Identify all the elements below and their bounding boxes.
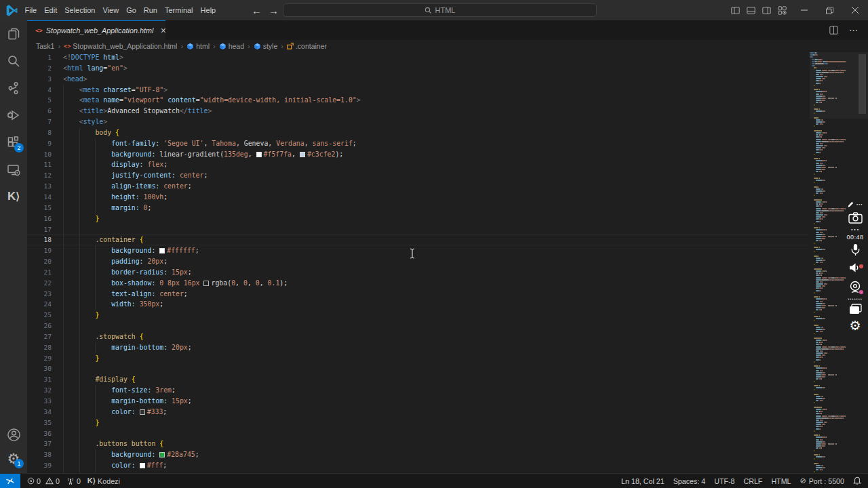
menu-edit[interactable]: Edit	[41, 0, 61, 20]
code-line[interactable]: 20 padding: 20px;	[27, 256, 809, 267]
tab-close-icon[interactable]: ✕	[160, 26, 166, 35]
code-line[interactable]: 8 body {	[27, 127, 809, 138]
breadcrumb-html[interactable]: html	[186, 42, 210, 50]
code-line[interactable]: 2<html lang="en">	[27, 63, 809, 74]
code-line[interactable]: 25 }	[27, 310, 809, 321]
code-line[interactable]: 29 }	[27, 353, 809, 364]
code-line[interactable]: 17	[27, 224, 809, 235]
breadcrumb-style[interactable]: style	[254, 42, 278, 50]
code-line[interactable]: 30	[27, 363, 809, 374]
breadcrumb-file[interactable]: <> Stopwatch_web_Application.html	[64, 42, 177, 50]
remote-indicator[interactable]	[0, 474, 20, 488]
encoding[interactable]: UTF-8	[714, 477, 734, 485]
problems-indicator[interactable]: 0 0	[27, 477, 60, 485]
language-mode[interactable]: HTML	[771, 477, 791, 485]
explorer-icon[interactable]	[0, 20, 27, 47]
code-editor[interactable]: 1<!DOCTYPE html>2<html lang="en">3<head>…	[27, 52, 809, 473]
code-line[interactable]: 28 margin-bottom: 20px;	[27, 342, 809, 353]
run-debug-icon[interactable]	[0, 102, 27, 129]
code-line[interactable]: 7 <style>	[27, 117, 809, 127]
microphone-icon[interactable]	[850, 243, 861, 256]
live-server-port[interactable]: ⊘ Port : 5500	[800, 476, 844, 485]
customize-layout-icon[interactable]	[778, 6, 787, 15]
code-line[interactable]: 14 height: 100vh;	[27, 192, 809, 203]
tab-stopwatch-file[interactable]: <> Stopwatch_web_Application.html ✕	[27, 20, 165, 40]
code-line[interactable]: 39 color: #fff;	[27, 460, 809, 471]
code-line[interactable]: 24 width: 350px;	[27, 299, 809, 310]
color-swatch[interactable]	[159, 452, 165, 458]
code-line[interactable]: 9 font-family: 'Segoe UI', Tahoma, Genev…	[27, 138, 809, 149]
account-icon[interactable]	[0, 421, 27, 448]
recorder-menu-icon[interactable]: ⋯	[850, 228, 860, 232]
code-line[interactable]: 16 }	[27, 214, 809, 224]
code-line[interactable]: 15 margin: 0;	[27, 203, 809, 214]
annotate-tool[interactable]: ⋯	[847, 201, 864, 208]
color-swatch[interactable]	[203, 281, 209, 286]
toggle-panel-icon[interactable]	[747, 6, 755, 15]
code-line[interactable]: 19 background: #ffffff;	[27, 245, 809, 256]
code-line[interactable]: 3<head>	[27, 74, 809, 85]
color-swatch[interactable]	[140, 409, 145, 415]
indentation[interactable]: Spaces: 4	[673, 477, 706, 485]
code-line[interactable]: 6 <title>Advanced Stopwatch</title>	[27, 106, 809, 117]
color-swatch[interactable]	[300, 152, 305, 157]
nav-back-icon[interactable]: ←	[248, 5, 265, 16]
kodezi-activity-icon[interactable]: K⟩	[0, 183, 27, 210]
scrollbar-thumb[interactable]	[859, 54, 866, 114]
source-control-icon[interactable]	[0, 75, 27, 102]
code-line[interactable]: 34 color: #333;	[27, 407, 809, 418]
nav-forward-icon[interactable]: →	[265, 5, 282, 16]
search-icon[interactable]	[0, 47, 27, 75]
code-line[interactable]: 38 background: #28a745;	[27, 449, 809, 460]
color-swatch[interactable]	[256, 152, 262, 157]
code-line[interactable]: 27 .stopwatch {	[27, 331, 809, 342]
split-editor-icon[interactable]	[829, 26, 838, 35]
code-line[interactable]: 35 }	[27, 418, 809, 428]
kodezi-status[interactable]: K⟩ Kodezi	[87, 476, 120, 485]
remote-explorer-icon[interactable]	[0, 157, 27, 184]
code-line[interactable]: 13 align-items: center;	[27, 181, 809, 192]
close-button[interactable]	[851, 6, 859, 14]
screenshot-camera-icon[interactable]	[848, 212, 863, 224]
color-swatch[interactable]	[140, 463, 145, 468]
code-line[interactable]: 22 box-shadow: 0 8px 16px rgba(0, 0, 0, …	[27, 278, 809, 289]
color-swatch[interactable]	[159, 248, 165, 253]
code-line[interactable]: 10 background: linear-gradient(135deg, #…	[27, 149, 809, 160]
more-actions-icon[interactable]: ⋯	[849, 25, 859, 35]
toggle-secondary-sidebar-icon[interactable]	[762, 6, 771, 15]
eol-sequence[interactable]: CRLF	[743, 477, 762, 485]
menu-view[interactable]: View	[99, 0, 123, 20]
toggle-sidebar-icon[interactable]	[731, 6, 740, 15]
extensions-icon[interactable]: 2	[0, 129, 27, 157]
code-line[interactable]: 21 border-radius: 15px;	[27, 267, 809, 278]
breadcrumb-folder[interactable]: Task1	[36, 42, 54, 50]
notifications-bell[interactable]	[853, 476, 861, 485]
breadcrumb-head[interactable]: head	[219, 42, 244, 50]
code-line[interactable]: 37 .buttons button {	[27, 439, 809, 449]
breadcrumb-container-rule[interactable]: .container	[287, 42, 327, 50]
menu-terminal[interactable]: Terminal	[161, 0, 197, 20]
code-line[interactable]: 5 <meta name="viewport" content="width=d…	[27, 95, 809, 106]
code-line[interactable]: 33 margin-bottom: 15px;	[27, 396, 809, 407]
code-line[interactable]: 32 font-size: 3rem;	[27, 385, 809, 396]
settings-gear-icon[interactable]: ⚙ 1	[0, 445, 27, 472]
menu-file[interactable]: File	[21, 0, 41, 20]
code-line[interactable]: 11 display: flex;	[27, 159, 809, 170]
code-line[interactable]: 18 .container {	[27, 235, 809, 245]
minimize-button[interactable]	[800, 6, 808, 14]
code-line[interactable]: 31 #display {	[27, 374, 809, 385]
cursor-position[interactable]: Ln 18, Col 21	[621, 477, 665, 485]
volume-control[interactable]	[849, 262, 861, 276]
recorder-settings-gear-icon[interactable]: ⚙	[849, 319, 861, 332]
code-line[interactable]: 36	[27, 428, 809, 439]
menu-help[interactable]: Help	[197, 0, 220, 20]
webcam-control[interactable]	[849, 281, 861, 296]
menu-go[interactable]: Go	[123, 0, 140, 20]
ports-indicator[interactable]: 0	[66, 477, 81, 485]
code-line[interactable]: 4 <meta charset="UTF-8">	[27, 85, 809, 96]
command-center-search[interactable]: HTML	[283, 3, 597, 17]
menu-run[interactable]: Run	[140, 0, 161, 20]
windows-icon[interactable]	[849, 304, 862, 315]
code-line[interactable]: 26	[27, 321, 809, 331]
maximize-button[interactable]	[826, 7, 833, 14]
